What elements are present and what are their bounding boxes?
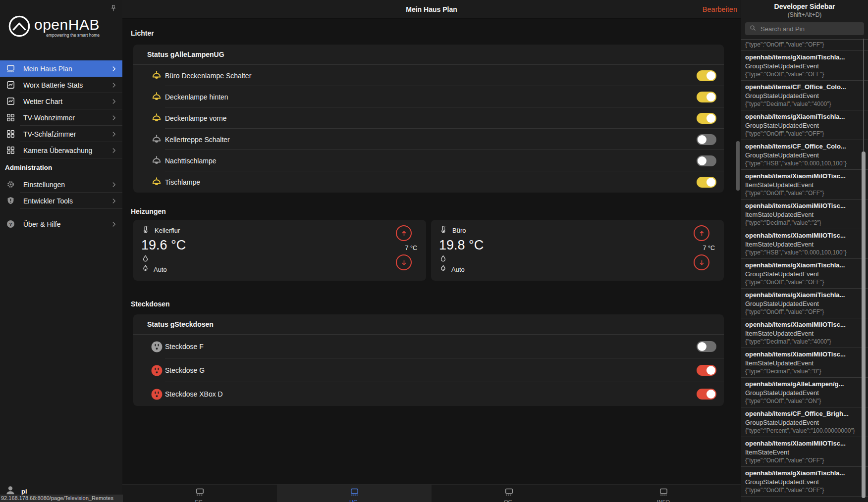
lamp-icon [150, 133, 163, 146]
setpoint-down-button[interactable] [694, 254, 709, 270]
main-content: Lichter Status gAlleLampenUG Büro Decken… [122, 19, 741, 484]
chevron-right-icon [110, 114, 117, 121]
gear-icon [6, 180, 16, 190]
search-input[interactable] [760, 25, 860, 33]
light-toggle[interactable] [697, 177, 716, 188]
help-icon: ? [6, 219, 16, 229]
logo-wordmark: openHAB [34, 17, 100, 33]
light-row-nachttischlampe[interactable]: Nachttischlampe [133, 150, 724, 171]
light-toggle[interactable] [697, 113, 716, 124]
tab-info[interactable]: INFO [586, 485, 741, 502]
sidebar-item-einstellungen[interactable]: Einstellungen [0, 176, 122, 193]
light-row-deckenlampe-hinten[interactable]: Deckenlampe hinten [133, 86, 724, 107]
bottom-tabbar: EG. UG. OG. INFO [122, 484, 741, 502]
event-payload: {"type":"HSB","value":"0.000,100,100"} [745, 249, 864, 256]
edit-button[interactable]: Bearbeiten [703, 0, 737, 19]
light-row-kellertreppe-schalter[interactable]: Kellertreppe Schalter [133, 129, 724, 150]
setpoint-down-button[interactable] [396, 254, 412, 270]
light-toggle[interactable] [697, 155, 716, 166]
sockets-card: Status gSteckdosen Steckdose F Steckdose… [133, 314, 724, 406]
setpoint-up-button[interactable] [396, 225, 412, 241]
light-toggle[interactable] [697, 70, 716, 81]
toggle-knob [706, 71, 715, 80]
dev-scrollbar-track [863, 39, 864, 151]
sidebar-item-label: Worx Batterie Stats [23, 81, 110, 89]
openhab-app: openHAB empowering the smart home Mein H… [0, 0, 868, 502]
lamp-icon [150, 154, 163, 167]
event-type: ItemStateUpdatedEvent [745, 181, 864, 189]
light-toggle[interactable] [697, 134, 716, 145]
event-list-item[interactable]: openhab/items/CF_Office_Brigh... GroupSt… [741, 407, 868, 437]
event-topic: openhab/items/XiaomiMiIOTisc... [745, 232, 864, 240]
openhab-logo: openHAB empowering the smart home [8, 15, 100, 40]
sidebar-item-mein-haus-plan[interactable]: Mein Haus Plan [0, 60, 122, 77]
event-list-item[interactable]: openhab/items/gXiaomiTischla... GroupSta… [741, 289, 868, 318]
sockets-list: Steckdose F Steckdose G Steckdose XBox D [133, 335, 724, 406]
light-label: Deckenlampe vorne [165, 114, 227, 122]
event-type: GroupStateUpdatedEvent [745, 419, 864, 427]
event-list-item[interactable]: openhab/items/gXiaomiTischla... GroupSta… [741, 51, 868, 81]
setpoint-up-button[interactable] [694, 225, 709, 241]
event-list-item[interactable]: openhab/items/XiaomiMiIOTisc... ItemStat… [741, 229, 868, 259]
dev-scrollbar-thumb[interactable] [862, 151, 866, 498]
event-list-item[interactable]: openhab/items/gAlleLampen/g... GroupStat… [741, 378, 868, 407]
event-topic: openhab/items/gAlleLampen/g... [745, 380, 864, 388]
socket-toggle[interactable] [697, 365, 716, 376]
event-payload: {"type":"OnOff","value":"OFF"} [745, 279, 864, 286]
main-scrollbar-thumb[interactable] [736, 141, 740, 191]
socket-toggle[interactable] [697, 389, 716, 400]
event-list-item[interactable]: openhab/items/CF_Office_Colo... GroupSta… [741, 81, 868, 110]
pin-sidebar-icon[interactable] [109, 4, 118, 13]
socket-row-steckdose-xbox-d[interactable]: Steckdose XBox D [133, 382, 724, 406]
sidebar-item-kamera-berwachung[interactable]: Kamera Überwachung [0, 142, 122, 158]
event-list: openhab/items/gXiaomiTischla... GroupSta… [741, 51, 868, 497]
light-row-deckenlampe-vorne[interactable]: Deckenlampe vorne [133, 107, 724, 129]
event-topic: openhab/items/gXiaomiTischla... [745, 291, 864, 299]
floorplan-icon [350, 487, 359, 499]
sidebar-item-tv-wohnzimmer[interactable]: TV-Wohnzimmer [0, 109, 122, 126]
socket-toggle[interactable] [697, 341, 716, 352]
thermometer-icon [141, 225, 150, 235]
socket-row-steckdose-f[interactable]: Steckdose F [133, 335, 724, 358]
event-list-item[interactable]: openhab/items/gXiaomiTischla... GroupSta… [741, 259, 868, 289]
event-topic: openhab/items/gXiaomiTischla... [745, 261, 864, 269]
admin-section-header: Administration [5, 164, 52, 171]
tab-ug[interactable]: UG. [277, 485, 432, 502]
sidebar-item-tv-schlafzimmer[interactable]: TV-Schlafzimmer [0, 126, 122, 142]
section-title-heizungen: Heizungen [131, 207, 741, 215]
lamp-icon [150, 112, 163, 125]
light-row-b-ro-deckenlampe-schalter[interactable]: Büro Deckenlampe Schalter [133, 65, 724, 86]
sidebar-item-wetter-chart[interactable]: Wetter Chart [0, 93, 122, 109]
event-list-item[interactable]: openhab/items/gXiaomiTischla... GroupSta… [741, 110, 868, 140]
light-toggle[interactable] [697, 92, 716, 102]
svg-text:?: ? [9, 221, 12, 227]
event-list-item[interactable]: openhab/items/XiaomiMiIOTisc... ItemStat… [741, 200, 868, 229]
sidebar-item-entwickler-tools[interactable]: Entwickler Tools [0, 193, 122, 209]
light-label: Kellertreppe Schalter [165, 136, 230, 144]
event-list-item[interactable]: openhab/items/XiaomiMiIOTisc... ItemStat… [741, 348, 868, 378]
socket-label: Steckdose F [165, 343, 204, 351]
heating-name: Kellerflur [155, 227, 180, 234]
flame-icon [439, 264, 447, 274]
sidebar-item-worx-batterie-stats[interactable]: Worx Batterie Stats [0, 77, 122, 93]
event-type: GroupStateUpdatedEvent [745, 270, 864, 278]
lamp-icon [150, 69, 163, 82]
event-payload: {"type":"Decimal","value":"0"} [745, 368, 864, 375]
event-list-item[interactable]: openhab/items/XiaomiMiIOTisc... ItemStat… [741, 437, 868, 467]
light-label: Deckenlampe hinten [165, 93, 228, 101]
event-list-item[interactable]: openhab/items/CF_Office_Colo... GroupSta… [741, 140, 868, 170]
event-list-item[interactable]: openhab/items/XiaomiMiIOTisc... ItemStat… [741, 170, 868, 200]
event-list-item[interactable]: openhab/items/XiaomiMiIOTisc... ItemStat… [741, 318, 868, 348]
event-list-item[interactable]: openhab/items/gXiaomiTischla... GroupSta… [741, 467, 868, 497]
socket-row-steckdose-g[interactable]: Steckdose G [133, 358, 724, 382]
search-box [745, 22, 864, 35]
tab-og[interactable]: OG. [432, 485, 586, 502]
tab-eg[interactable]: EG. [122, 485, 277, 502]
sidebar-item-ber-hilfe[interactable]: ? Über & Hilfe [0, 216, 122, 232]
thermometer-icon [439, 225, 447, 235]
sidebar-item-label: Wetter Chart [23, 98, 110, 105]
light-row-tischlampe[interactable]: Tischlampe [133, 171, 724, 193]
socket-icon [150, 388, 163, 401]
toggle-knob [706, 178, 715, 187]
event-payload: {"type":"OnOff","value":"ON"} [745, 398, 864, 404]
